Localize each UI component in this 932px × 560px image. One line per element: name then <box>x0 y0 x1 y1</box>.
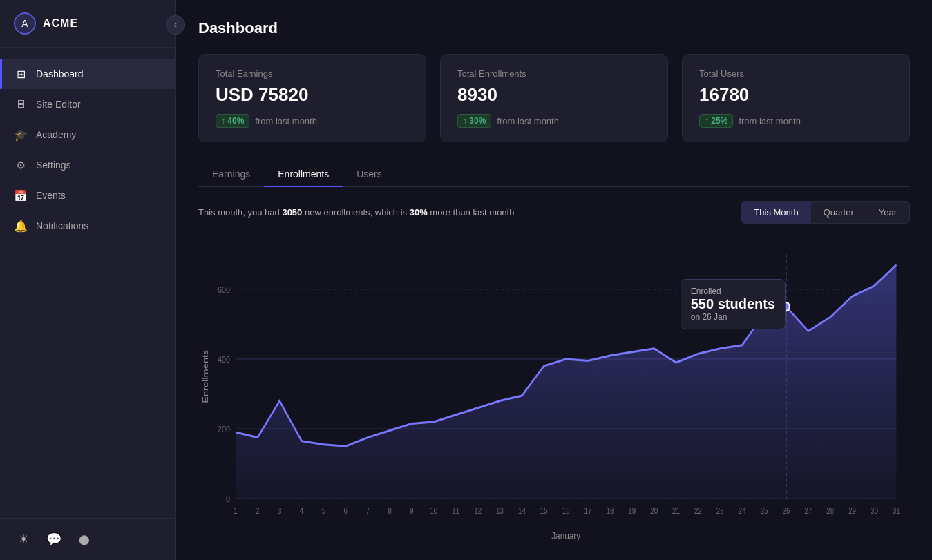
svg-text:28: 28 <box>826 506 834 515</box>
svg-text:600: 600 <box>218 284 230 295</box>
sidebar-item-dashboard[interactable]: ⊞ Dashboard <box>0 59 175 89</box>
svg-text:7: 7 <box>366 506 370 515</box>
chat-icon[interactable]: 💬 <box>44 530 64 549</box>
tabs-row: EarningsEnrollmentsUsers <box>198 162 910 187</box>
svg-text:19: 19 <box>628 506 636 515</box>
sidebar-item-settings[interactable]: ⚙ Settings <box>0 150 175 180</box>
svg-text:25: 25 <box>761 506 768 515</box>
sidebar-collapse-button[interactable]: ‹ <box>166 15 185 35</box>
stat-label-enrollments: Total Enrollments <box>457 68 651 79</box>
svg-text:Enrollments: Enrollments <box>200 349 209 403</box>
svg-text:30: 30 <box>871 506 878 515</box>
academy-icon: 🎓 <box>14 128 28 142</box>
sidebar-item-academy[interactable]: 🎓 Academy <box>0 119 175 150</box>
svg-text:31: 31 <box>893 506 900 515</box>
stat-change-users: ↑ 25% from last month <box>699 114 893 128</box>
svg-text:10: 10 <box>430 506 437 515</box>
stat-change-text-earnings: from last month <box>255 116 317 126</box>
tab-earnings[interactable]: Earnings <box>198 162 264 186</box>
svg-text:22: 22 <box>694 506 702 515</box>
stats-row: Total Earnings USD 75820 ↑ 40% from last… <box>198 54 910 142</box>
site-editor-icon: 🖥 <box>14 97 28 111</box>
svg-text:1: 1 <box>234 506 237 515</box>
stat-change-text-enrollments: from last month <box>497 116 559 126</box>
chart-subtitle: This month, you had 3050 new enrollments… <box>198 207 514 218</box>
sidebar-nav: ⊞ Dashboard 🖥 Site Editor 🎓 Academy ⚙ Se… <box>0 48 175 518</box>
svg-text:January: January <box>551 530 580 541</box>
svg-text:20: 20 <box>650 506 658 515</box>
svg-text:13: 13 <box>496 506 504 515</box>
svg-text:400: 400 <box>218 354 230 365</box>
stat-card-earnings: Total Earnings USD 75820 ↑ 40% from last… <box>198 54 426 142</box>
svg-text:200: 200 <box>218 424 230 434</box>
enrollments-chart: 0200400600123456789101112131415161718192… <box>198 238 910 541</box>
app-name: ACME <box>43 17 78 30</box>
svg-text:23: 23 <box>716 506 724 515</box>
sidebar-item-label: Dashboard <box>36 68 84 79</box>
stat-badge-enrollments: ↑ 30% <box>457 114 491 128</box>
time-btn-quarter[interactable]: Quarter <box>811 202 866 223</box>
stat-change-text-users: from last month <box>739 116 801 126</box>
svg-point-42 <box>783 302 790 311</box>
svg-text:21: 21 <box>672 506 680 515</box>
svg-text:0: 0 <box>226 494 230 504</box>
sidebar-item-label: Events <box>36 190 66 201</box>
time-btn-this-month[interactable]: This Month <box>741 202 810 223</box>
stat-value-earnings: USD 75820 <box>216 84 409 106</box>
sidebar-item-label: Academy <box>36 129 76 140</box>
events-icon: 📅 <box>14 189 28 202</box>
logo-icon: A <box>14 12 36 35</box>
stat-change-earnings: ↑ 40% from last month <box>216 114 409 128</box>
svg-text:14: 14 <box>518 506 526 515</box>
svg-text:26: 26 <box>783 506 790 515</box>
svg-text:18: 18 <box>606 506 614 515</box>
svg-text:29: 29 <box>848 506 856 515</box>
stat-badge-earnings: ↑ 40% <box>216 114 249 128</box>
stat-card-enrollments: Total Enrollments 8930 ↑ 30% from last m… <box>440 54 668 142</box>
svg-text:9: 9 <box>410 506 413 515</box>
svg-text:16: 16 <box>562 506 570 515</box>
svg-text:17: 17 <box>584 506 592 515</box>
discord-icon[interactable]: ⬤ <box>75 530 94 549</box>
time-btn-year[interactable]: Year <box>866 202 909 223</box>
sidebar-footer: ☀ 💬 ⬤ <box>0 518 175 560</box>
notifications-icon: 🔔 <box>14 219 28 233</box>
sidebar-item-site-editor[interactable]: 🖥 Site Editor <box>0 89 175 119</box>
stat-value-enrollments: 8930 <box>457 84 651 106</box>
sidebar-item-notifications[interactable]: 🔔 Notifications <box>0 211 175 241</box>
svg-text:3: 3 <box>278 506 281 515</box>
sidebar-item-label: Site Editor <box>36 99 81 110</box>
page-title: Dashboard <box>198 19 910 37</box>
stat-value-users: 16780 <box>699 84 893 106</box>
stat-card-users: Total Users 16780 ↑ 25% from last month <box>682 54 910 142</box>
chart-container: 0200400600123456789101112131415161718192… <box>198 238 910 541</box>
stat-label-users: Total Users <box>699 68 893 79</box>
time-period-buttons: This MonthQuarterYear <box>741 201 910 224</box>
settings-icon: ⚙ <box>14 158 28 172</box>
svg-text:8: 8 <box>388 506 391 515</box>
logo-area: A ACME <box>0 0 175 48</box>
svg-text:2: 2 <box>256 506 259 515</box>
main-content: Dashboard Total Earnings USD 75820 ↑ 40%… <box>176 0 932 560</box>
svg-text:5: 5 <box>322 506 325 515</box>
chart-header: This month, you had 3050 new enrollments… <box>198 201 910 224</box>
stat-label-earnings: Total Earnings <box>216 68 409 79</box>
tab-enrollments[interactable]: Enrollments <box>264 162 343 186</box>
chart-area: 0200400600123456789101112131415161718192… <box>198 238 910 541</box>
svg-text:4: 4 <box>300 506 303 515</box>
stat-change-enrollments: ↑ 30% from last month <box>457 114 651 128</box>
sidebar: A ACME ‹ ⊞ Dashboard 🖥 Site Editor 🎓 Aca… <box>0 0 176 560</box>
svg-text:12: 12 <box>474 506 482 515</box>
tab-users[interactable]: Users <box>343 162 396 186</box>
sidebar-item-label: Settings <box>36 160 71 171</box>
svg-text:6: 6 <box>344 506 348 515</box>
dashboard-icon: ⊞ <box>14 67 28 81</box>
svg-text:27: 27 <box>804 506 812 515</box>
stat-badge-users: ↑ 25% <box>699 114 733 128</box>
theme-toggle-icon[interactable]: ☀ <box>14 530 33 549</box>
svg-text:15: 15 <box>540 506 548 515</box>
svg-text:24: 24 <box>739 506 746 515</box>
sidebar-item-label: Notifications <box>36 220 88 231</box>
sidebar-item-events[interactable]: 📅 Events <box>0 180 175 211</box>
svg-text:11: 11 <box>452 506 459 515</box>
